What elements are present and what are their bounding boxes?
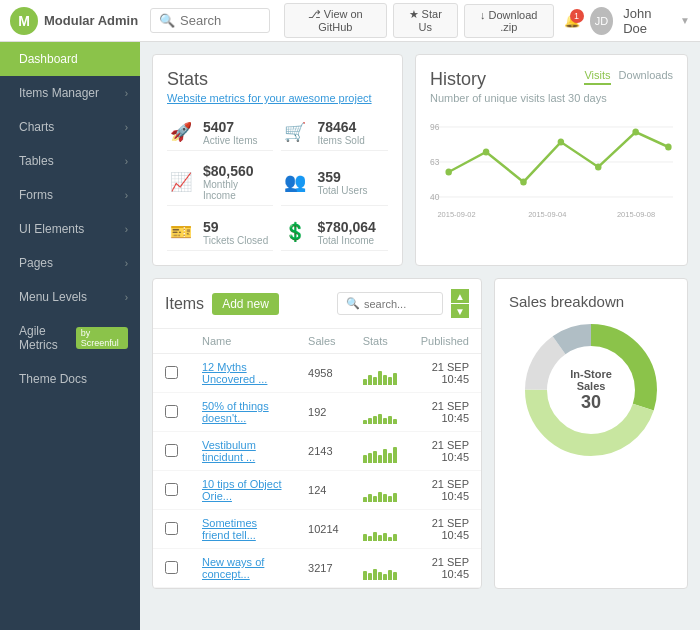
sidebar-item-agile-metrics[interactable]: Agile Metricsby Screenful [0, 314, 140, 362]
items-search-input[interactable] [364, 298, 434, 310]
stat-icon: 📈 [167, 168, 195, 196]
svg-point-8 [520, 179, 527, 186]
sidebar-item-menu-levels[interactable]: Menu Levels› [0, 280, 140, 314]
item-sales: 4958 [296, 354, 351, 393]
item-published: 21 SEP10:45 [409, 354, 481, 393]
tab-downloads[interactable]: Downloads [619, 69, 673, 85]
row-checkbox[interactable] [165, 522, 178, 535]
row-checkbox[interactable] [165, 366, 178, 379]
mini-bar [373, 451, 377, 463]
mini-bar [388, 537, 392, 541]
col-name: Name [190, 329, 296, 354]
stat-icon: 🎫 [167, 218, 195, 246]
history-tabs: Visits Downloads [584, 69, 673, 85]
bell-icon[interactable]: 🔔 1 [564, 13, 580, 28]
top-row: Stats Website metrics for your awesome p… [152, 54, 688, 266]
items-card: Items Add new 🔍 ▲ ▼ Name [152, 278, 482, 589]
stat-value: 59 [203, 219, 268, 235]
sidebar-item-pages[interactable]: Pages› [0, 246, 140, 280]
history-subtitle: Number of unique visits last 30 days [430, 92, 673, 104]
sidebar: DashboardItems Manager›Charts›Tables›For… [0, 42, 140, 630]
mini-bar [378, 572, 382, 580]
item-link[interactable]: New ways of concept... [202, 556, 264, 580]
sidebar-item-tables[interactable]: Tables› [0, 144, 140, 178]
sidebar-item-theme-docs[interactable]: Theme Docs [0, 362, 140, 396]
table-row: Sometimes friend tell...1021421 SEP10:45 [153, 510, 481, 549]
mini-bar [378, 492, 382, 502]
mini-bar [368, 494, 372, 502]
item-sales: 192 [296, 393, 351, 432]
published-date: 21 SEP10:45 [421, 556, 469, 580]
user-chevron-icon[interactable]: ▼ [680, 15, 690, 26]
nav-right: 🔔 1 JD John Doe ▼ [564, 6, 690, 36]
mini-bar [378, 371, 382, 385]
table-header-row: Name Sales Stats Published [153, 329, 481, 354]
mini-bar [368, 418, 372, 424]
mini-bar [368, 536, 372, 541]
download-button[interactable]: ↓ Download .zip [464, 4, 554, 38]
row-checkbox[interactable] [165, 561, 178, 574]
items-header: Items Add new 🔍 ▲ ▼ [153, 279, 481, 329]
mini-bars [363, 400, 397, 424]
add-new-button[interactable]: Add new [212, 293, 279, 315]
sidebar-item-items-manager[interactable]: Items Manager› [0, 76, 140, 110]
stat-icon: 🛒 [281, 118, 309, 146]
star-button[interactable]: ★ Star Us [393, 3, 458, 38]
sidebar-badge: by Screenful [76, 327, 128, 349]
mini-bars [363, 556, 397, 580]
stats-grid: 🚀 5407 Active Items 🛒 78464 Items Sold 📈… [167, 114, 388, 251]
donut-area: In-Store Sales 30 [509, 320, 673, 460]
stat-label: Total Income [317, 235, 375, 246]
stat-item: 🛒 78464 Items Sold [281, 114, 387, 151]
item-link[interactable]: 12 Myths Uncovered ... [202, 361, 267, 385]
sort-up-button[interactable]: ▲ [451, 289, 469, 303]
item-link[interactable]: 50% of things doesn't... [202, 400, 269, 424]
sidebar-item-dashboard[interactable]: Dashboard [0, 42, 140, 76]
mini-bar [378, 535, 382, 541]
sidebar-item-label: Tables [19, 154, 54, 168]
table-row: 50% of things doesn't...19221 SEP10:45 [153, 393, 481, 432]
svg-text:2015-09-04: 2015-09-04 [528, 210, 567, 219]
search-icon-small: 🔍 [346, 297, 360, 310]
sales-card: Sales breakdown [494, 278, 688, 589]
stat-item: 💲 $780,064 Total Income [281, 214, 387, 251]
stat-icon: 💲 [281, 218, 309, 246]
items-search[interactable]: 🔍 [337, 292, 443, 315]
row-checkbox[interactable] [165, 483, 178, 496]
row-checkbox[interactable] [165, 405, 178, 418]
sidebar-item-forms[interactable]: Forms› [0, 178, 140, 212]
sidebar-item-label: Charts [19, 120, 54, 134]
mini-bar [363, 379, 367, 385]
mini-bar [383, 574, 387, 580]
sidebar-item-label: Forms [19, 188, 53, 202]
item-link[interactable]: 10 tips of Object Orie... [202, 478, 282, 502]
chevron-icon: › [125, 258, 128, 269]
sidebar-item-charts[interactable]: Charts› [0, 110, 140, 144]
nav-buttons: ⎇ View on GitHub ★ Star Us ↓ Download .z… [284, 3, 554, 38]
col-published: Published [409, 329, 481, 354]
mini-bar [393, 419, 397, 424]
mini-bar [393, 534, 397, 541]
stats-title: Stats [167, 69, 388, 90]
item-stats [351, 354, 409, 393]
item-link[interactable]: Sometimes friend tell... [202, 517, 257, 541]
sidebar-item-label: Items Manager [19, 86, 99, 100]
sort-down-button[interactable]: ▼ [451, 304, 469, 318]
mini-bar [363, 497, 367, 502]
notification-badge: 1 [570, 9, 584, 23]
row-checkbox[interactable] [165, 444, 178, 457]
mini-bar [388, 416, 392, 424]
search-bar[interactable]: 🔍 [150, 8, 270, 33]
search-input[interactable] [180, 13, 260, 28]
mini-bars [363, 517, 397, 541]
sidebar-item-ui-elements[interactable]: UI Elements› [0, 212, 140, 246]
item-link[interactable]: Vestibulum tincidunt ... [202, 439, 256, 463]
top-nav: M Modular Admin 🔍 ⎇ View on GitHub ★ Sta… [0, 0, 700, 42]
stat-label: Monthly Income [203, 179, 274, 201]
item-published: 21 SEP10:45 [409, 510, 481, 549]
svg-text:40: 40 [430, 192, 440, 202]
item-sales: 3217 [296, 549, 351, 588]
github-button[interactable]: ⎇ View on GitHub [284, 3, 387, 38]
mini-bar [388, 377, 392, 385]
tab-visits[interactable]: Visits [584, 69, 610, 85]
